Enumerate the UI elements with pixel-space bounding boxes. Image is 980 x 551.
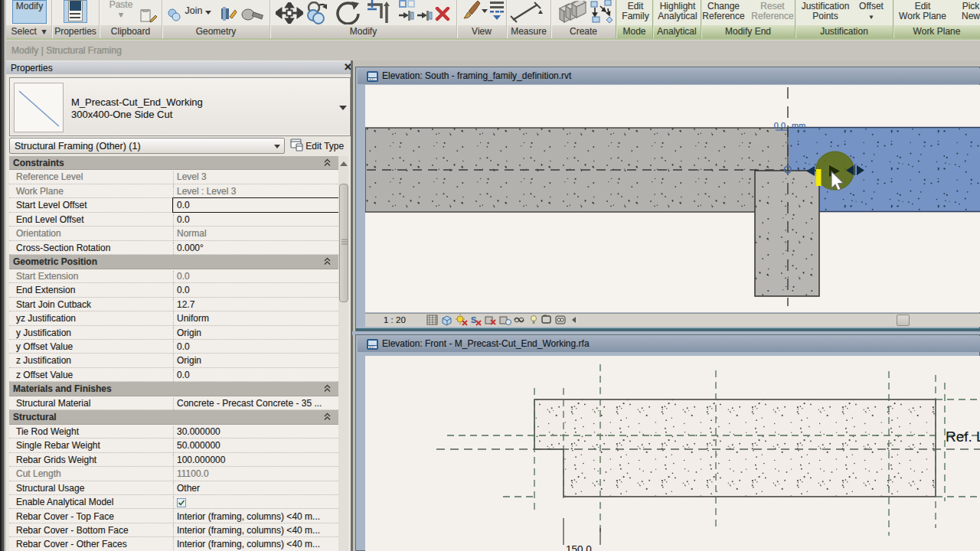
svg-text:mm: mm <box>792 121 805 130</box>
svg-text:Ref. Le: Ref. Le <box>946 429 980 445</box>
svg-text:RVT: RVT <box>369 345 376 349</box>
svg-text:RVT: RVT <box>369 77 376 81</box>
svg-text:150.0: 150.0 <box>566 543 592 551</box>
svg-text:0.0: 0.0 <box>774 121 786 130</box>
svg-text:S: S <box>471 315 476 324</box>
